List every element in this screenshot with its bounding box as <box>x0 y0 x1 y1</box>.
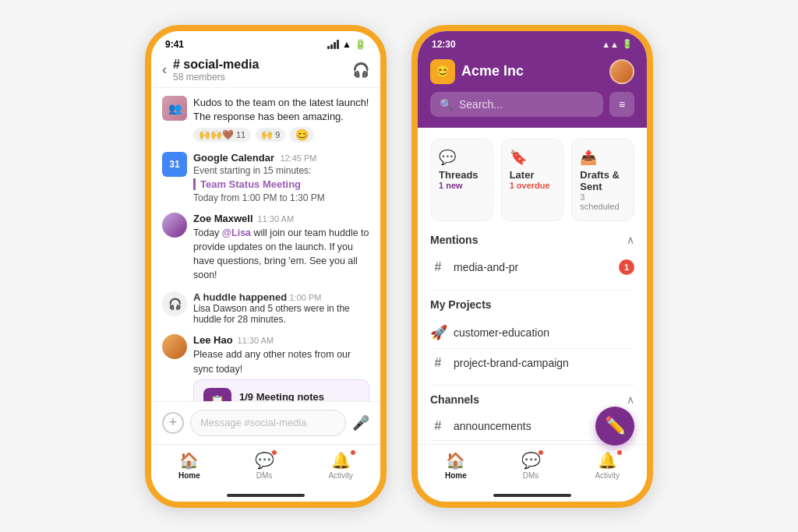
calendar-meeting-link[interactable]: Team Status Meeting <box>193 178 325 190</box>
back-button[interactable]: ‹ <box>162 62 167 78</box>
hash-icon-brand-campaign: # <box>430 356 446 370</box>
dms-badge-left <box>271 449 277 456</box>
message-input-bar: + Message #social-media 🎤 <box>151 401 380 444</box>
activity-icon-right: 🔔 <box>598 451 617 470</box>
zoe-sender: Zoe Maxwell <box>193 213 253 224</box>
app-header-top: 😊 Acme Inc <box>430 59 634 84</box>
later-sub: 1 overdue <box>510 181 556 190</box>
wifi-right-icon: 🔋 <box>622 39 633 49</box>
later-card[interactable]: 🔖 Later 1 overdue <box>501 139 564 221</box>
right-body: 💬 Threads 1 new 🔖 Later 1 overdue 📤 Draf… <box>418 128 647 444</box>
nav-dms-right[interactable]: 💬 DMs <box>521 451 541 480</box>
time-right: 12:30 <box>432 39 456 50</box>
user-avatar-right[interactable] <box>609 59 634 84</box>
lee-message: Lee Hao 11:30 AM Please add any other no… <box>162 334 369 400</box>
app-name: Acme Inc <box>461 63 524 79</box>
search-bar[interactable]: 🔍 Search... <box>430 92 603 117</box>
drafts-card[interactable]: 📤 Drafts & Sent 3 scheduled <box>571 139 634 221</box>
home-icon: 🏠 <box>179 451 199 470</box>
my-projects-title: My Projects <box>430 298 492 311</box>
message-input[interactable]: Message #social-media <box>190 410 346 436</box>
calendar-time: 12:45 PM <box>280 153 316 163</box>
time-left: 9:41 <box>165 39 184 50</box>
drafts-icon: 📤 <box>580 149 626 166</box>
channels-title: Channels <box>430 393 479 406</box>
nav-activity-label-right: Activity <box>595 471 620 480</box>
mentions-chevron[interactable]: ∧ <box>627 234 634 246</box>
calendar-message: 31 Google Calendar 12:45 PM Event starti… <box>162 152 369 203</box>
later-icon: 🔖 <box>510 149 556 166</box>
hash-icon-media-and-pr: # <box>430 260 446 274</box>
meeting-card-info: 1/9 Meeting notes Last edited 5 minutes … <box>239 391 337 400</box>
nav-home-label-left: Home <box>178 471 200 480</box>
lee-time: 11:30 AM <box>238 336 274 345</box>
search-icon-right: 🔍 <box>440 98 453 111</box>
search-placeholder: Search... <box>459 98 503 111</box>
home-icon-right: 🏠 <box>446 451 465 470</box>
nav-dms-left[interactable]: 💬 DMs <box>255 451 274 480</box>
channel-name: # social-media <box>173 58 352 72</box>
chat-body: 👥 Kudos to the team on the latest launch… <box>151 88 380 401</box>
signal-icon <box>327 40 339 49</box>
app-header: 😊 Acme Inc 🔍 Search... ≡ <box>418 53 647 128</box>
nav-home-left[interactable]: 🏠 Home <box>178 451 200 480</box>
activity-badge-right <box>616 449 623 456</box>
calendar-content: Google Calendar 12:45 PM Event starting … <box>193 152 325 203</box>
dms-badge-right <box>538 449 544 456</box>
compose-fab-button[interactable]: ✏️ <box>595 407 634 446</box>
mentions-title: Mentions <box>430 234 478 246</box>
status-icons-right: ▲▲ 🔋 <box>602 39 633 49</box>
hash-icon-customer-education: 🚀 <box>430 324 446 341</box>
nav-activity-left[interactable]: 🔔 Activity <box>328 451 353 480</box>
kudos-content: Kudos to the team on the latest launch! … <box>193 96 369 143</box>
home-bar-right <box>493 494 571 497</box>
channels-chevron[interactable]: ∧ <box>627 393 634 406</box>
activity-badge-left <box>350 449 356 456</box>
divider-2 <box>430 385 634 386</box>
drafts-label: Drafts & Sent <box>580 169 626 192</box>
project-item-customer-education[interactable]: 🚀 customer-education <box>430 317 634 349</box>
mentions-item-media-and-pr[interactable]: # media-and-pr 1 <box>430 252 634 282</box>
lee-content: Lee Hao 11:30 AM Please add any other no… <box>193 334 369 400</box>
wifi-icon: ▲ <box>342 39 351 50</box>
status-bar-left: 9:41 ▲ 🔋 <box>151 31 380 53</box>
huddle-content: A huddle happened 1:00 PM Lisa Dawson an… <box>193 291 369 325</box>
threads-card[interactable]: 💬 Threads 1 new <box>430 139 493 221</box>
calendar-detail: Today from 1:00 PM to 1:30 PM <box>193 192 325 203</box>
nav-home-label-right: Home <box>445 471 467 480</box>
kudos-text: Kudos to the team on the latest launch! … <box>193 96 369 124</box>
calendar-icon: 31 <box>162 152 187 177</box>
headphone-icon[interactable]: 🎧 <box>352 62 369 79</box>
add-attachment-button[interactable]: + <box>162 412 184 434</box>
hash-icon-announcements: # <box>430 419 446 433</box>
divider-1 <box>430 290 634 291</box>
reaction-add[interactable]: 😊 <box>290 127 314 143</box>
reaction-clap[interactable]: 🙌🙌🤎 11 <box>193 128 251 142</box>
reaction-hands[interactable]: 🙌 9 <box>256 128 285 142</box>
mentions-section-header: Mentions ∧ <box>430 234 634 246</box>
project-item-brand-campaign[interactable]: # project-brand-campaign <box>430 349 634 377</box>
message-placeholder: Message #social-media <box>200 417 307 428</box>
lee-sender: Lee Hao <box>193 334 233 346</box>
bottom-nav-left: 🏠 Home 💬 DMs 🔔 Activity <box>151 444 380 489</box>
voice-input-button[interactable]: 🎤 <box>352 414 369 432</box>
status-icons-left: ▲ 🔋 <box>327 39 366 50</box>
channel-header: ‹ # social-media 58 members 🎧 <box>151 53 380 88</box>
channel-members: 58 members <box>173 72 352 83</box>
zoe-avatar <box>162 213 187 238</box>
home-bar-left <box>227 494 305 497</box>
signal-right-icon: ▲▲ <box>602 40 619 49</box>
mention-lisa[interactable]: @Lisa <box>222 227 251 238</box>
app-logo-area: 😊 Acme Inc <box>430 59 524 84</box>
nav-activity-right[interactable]: 🔔 Activity <box>595 451 620 480</box>
activity-icon-left: 🔔 <box>331 451 351 470</box>
lee-avatar <box>162 334 187 359</box>
nav-home-right[interactable]: 🏠 Home <box>445 451 467 480</box>
meeting-card[interactable]: 📋 1/9 Meeting notes Last edited 5 minute… <box>193 379 369 401</box>
channel-name-customer-education: customer-education <box>454 326 634 339</box>
my-projects-section-header: My Projects <box>430 298 634 311</box>
filter-button[interactable]: ≡ <box>609 92 634 117</box>
quick-cards: 💬 Threads 1 new 🔖 Later 1 overdue 📤 Draf… <box>430 139 634 221</box>
battery-icon: 🔋 <box>355 39 366 50</box>
app-logo-icon: 😊 <box>430 59 455 84</box>
